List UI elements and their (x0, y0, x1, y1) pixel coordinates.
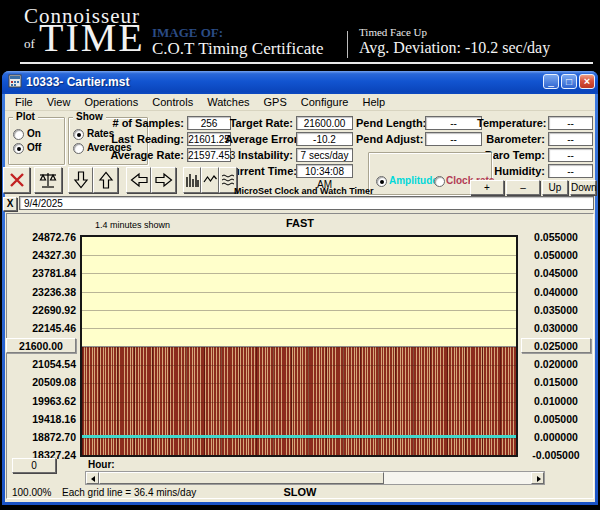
temperature-label: Temperature: (477, 117, 545, 129)
average-rate-label: Average Rate: (98, 149, 184, 161)
y-axis-left-tick: 23236.38 (4, 286, 76, 298)
microset-title: MicroSet Clock and Watch Timer (234, 186, 374, 196)
maximize-button[interactable]: □ (561, 74, 577, 89)
histogram-button[interactable] (183, 167, 201, 193)
hour-label: Hour: (88, 459, 115, 470)
baro-temp-field[interactable]: -- (548, 148, 593, 162)
pend-length-field[interactable]: -- (425, 116, 482, 130)
radio-clock-rate[interactable] (434, 176, 445, 187)
menu-view[interactable]: View (40, 95, 78, 109)
gridline (82, 328, 516, 329)
radio-plot-on[interactable] (13, 129, 24, 140)
zero-error-tick-button[interactable]: 0.025000 (521, 338, 591, 353)
gridline (82, 273, 516, 274)
down-button[interactable]: Down (570, 180, 596, 195)
chart-scrollbar[interactable] (85, 471, 545, 485)
plot-group (8, 117, 65, 165)
humidity-field[interactable]: -- (548, 164, 593, 178)
pend-adjust-field[interactable]: -- (425, 132, 482, 146)
avg-deviation: Avg. Deviation: -10.2 sec/day (359, 39, 550, 57)
scroll-left-button[interactable] (126, 167, 151, 193)
pend-length-label: Pend Length: (356, 117, 422, 129)
y-axis-right-tick: 0.005000 (522, 413, 590, 425)
plus-button[interactable]: + (470, 180, 504, 195)
average-error-field[interactable]: -10.2 sec/day (296, 132, 353, 146)
arrow-up-icon (95, 169, 117, 191)
radio-show-rates[interactable] (73, 129, 84, 140)
timed-face-up: Timed Face Up (359, 26, 427, 38)
y-axis-right-tick: 0.050000 (522, 249, 590, 261)
menu-file[interactable]: File (8, 95, 40, 109)
y-axis-left-tick: 22690.92 (4, 304, 76, 316)
y-axis-left-tick: 23781.84 (4, 267, 76, 279)
radio-plot-on-label: On (27, 128, 41, 139)
up-button[interactable]: Up (542, 180, 568, 195)
radio-amplitude[interactable] (376, 176, 387, 187)
radio-show-averages[interactable] (73, 143, 84, 154)
y-axis-right-tick: 0.045000 (522, 267, 590, 279)
pend-adjust-label: Pend Adjust: (356, 133, 422, 145)
menu-operations[interactable]: Operations (77, 95, 145, 109)
window-title: 10333- Cartier.mst (26, 75, 129, 89)
y-axis-left-tick: 22145.46 (4, 322, 76, 334)
instability-label: Instability: (225, 149, 293, 161)
app-icon (8, 74, 22, 88)
close-button[interactable]: × (579, 74, 595, 89)
line-graph-button[interactable] (201, 167, 219, 193)
brand-of: of (24, 36, 35, 52)
arrow-down-icon (70, 169, 92, 191)
menu-help[interactable]: Help (356, 95, 393, 109)
date-field[interactable]: 9/4/2025 (19, 196, 594, 210)
y-axis-right-tick: 0.035000 (522, 304, 590, 316)
y-axis-left-tick: 24872.76 (4, 231, 76, 243)
arrow-right-icon (153, 169, 175, 191)
red-x-icon (6, 169, 28, 191)
y-axis-left-tick: 18872.70 (4, 431, 76, 443)
hour-value-button[interactable]: 0 (12, 458, 56, 473)
target-rate-field[interactable]: 21600.00 (296, 116, 353, 130)
menu-watches[interactable]: Watches (200, 95, 256, 109)
plot-group-legend: Plot (13, 112, 38, 122)
histogram-icon (184, 169, 200, 191)
menu-bar: File View Operations Controls Watches GP… (5, 94, 595, 111)
scrollbar-left-arrow[interactable] (86, 472, 99, 484)
y-axis-right-tick: 0.055000 (522, 231, 590, 243)
gridline (82, 310, 516, 311)
instability-field[interactable]: 7 secs/day (296, 148, 353, 162)
y-axis-left-tick: 24327.30 (4, 249, 76, 261)
delete-button[interactable] (3, 167, 30, 193)
samples-label: # of Samples: (98, 117, 184, 129)
scrollbar-right-arrow[interactable] (531, 472, 544, 484)
menu-configure[interactable]: Configure (294, 95, 356, 109)
scroll-right-button[interactable] (151, 167, 176, 193)
gridline (82, 255, 516, 256)
y-axis-left-tick: 19963.62 (4, 395, 76, 407)
shift-down-button[interactable] (68, 167, 93, 193)
temperature-field[interactable]: -- (548, 116, 593, 130)
header-divider (347, 31, 348, 58)
barometer-field[interactable]: -- (548, 132, 593, 146)
y-axis-left-tick: 19418.16 (4, 413, 76, 425)
arrow-left-icon (128, 169, 150, 191)
y-axis-left-tick: 21054.54 (4, 358, 76, 370)
current-time-field[interactable]: 10:34:08 AM (296, 164, 353, 178)
minus-button[interactable]: – (506, 180, 540, 195)
balance-icon (37, 169, 59, 191)
date-clear-button[interactable]: X (3, 197, 17, 211)
radio-plot-off[interactable] (13, 143, 24, 154)
brand-time: TIME (39, 18, 145, 58)
menu-controls[interactable]: Controls (145, 95, 200, 109)
shift-up-button[interactable] (93, 167, 118, 193)
last-reading-label: Last Reading: (98, 133, 184, 145)
fast-label: FAST (82, 217, 518, 229)
scrollbar-thumb[interactable] (99, 472, 384, 484)
y-axis-right-tick: 0.020000 (522, 358, 590, 370)
radio-plot-off-label: Off (27, 142, 41, 153)
rate-band (82, 347, 516, 455)
menu-gps[interactable]: GPS (257, 95, 294, 109)
line-graph-icon (202, 169, 218, 191)
y-axis-right-tick: 0.015000 (522, 376, 590, 388)
target-rate-tick-button[interactable]: 21600.00 (6, 338, 76, 353)
balance-button[interactable] (34, 167, 62, 193)
minimize-button[interactable]: _ (543, 74, 559, 89)
